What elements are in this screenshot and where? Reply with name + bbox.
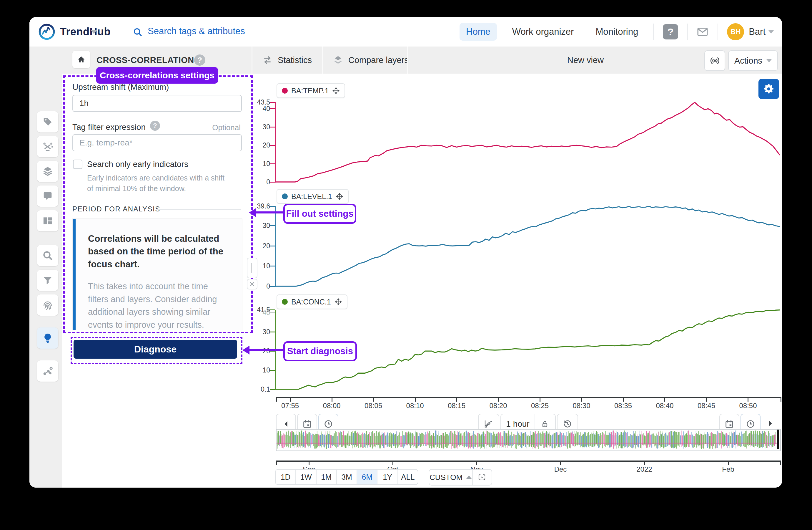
month-tick [309, 462, 309, 465]
move-icon[interactable] [334, 298, 342, 306]
rail-comments-button[interactable] [37, 185, 58, 207]
time-tick [539, 398, 540, 402]
actions-button[interactable]: Actions [728, 50, 778, 71]
divider [407, 46, 408, 74]
early-indicators-label: Search only early indicators [87, 159, 188, 169]
custom-range-button[interactable]: CUSTOM [429, 470, 472, 485]
legend-chip-conc[interactable]: BA:CONC.1 [277, 294, 347, 309]
time-tick-label: 08:40 [650, 402, 679, 410]
rail-dashboard-button[interactable] [37, 210, 58, 232]
move-icon[interactable] [332, 87, 340, 95]
custom-range-control: CUSTOM [429, 469, 492, 486]
house-icon [76, 55, 86, 65]
range-6m[interactable]: 6M [357, 470, 377, 484]
settings-callout: Cross-correlations settings [96, 67, 218, 84]
time-tick [332, 398, 332, 402]
time-tick-label: 08:20 [484, 402, 513, 410]
time-tick-label: 08:25 [525, 402, 554, 410]
workspace-chevron-icon[interactable] [91, 30, 97, 34]
series-dot [282, 88, 288, 94]
time-tick-label: 08:15 [442, 402, 471, 410]
range-all[interactable]: ALL [398, 470, 418, 484]
time-tick-label: 08:10 [401, 402, 430, 410]
diagnose-button[interactable]: Diagnose [74, 340, 237, 359]
time-tick-label: 08:30 [567, 402, 596, 410]
caret-right-icon [768, 420, 773, 427]
tab-statistics[interactable]: Statistics [262, 46, 312, 74]
view-name[interactable]: New view [530, 55, 641, 65]
range-1y[interactable]: 1Y [377, 470, 398, 484]
section-divider [157, 209, 241, 210]
formula-icon [42, 141, 54, 153]
top-nav: Home Work organizer Monitoring ? BH Bart [460, 17, 774, 46]
tag-filter-input[interactable] [72, 134, 242, 151]
series-label: BA:CONC.1 [291, 298, 331, 306]
rail-fingerprint-button[interactable] [37, 294, 58, 316]
y-tick [270, 225, 275, 226]
panel-collapse-button[interactable] [247, 279, 258, 290]
y-tick [270, 102, 275, 103]
time-tick [748, 398, 749, 402]
range-1d[interactable]: 1D [276, 470, 296, 484]
fill-arrow-line [255, 211, 284, 213]
broadcast-button[interactable] [704, 50, 725, 71]
month-label: 2022 [628, 465, 661, 473]
period-section-header: PERIOD FOR ANALYSIS [72, 205, 160, 213]
range-1w[interactable]: 1W [296, 470, 316, 484]
user-menu[interactable]: BH Bart [727, 23, 774, 40]
user-name: Bart [749, 27, 766, 37]
drag-grip-icon [253, 265, 253, 271]
panel-resize-handle[interactable] [247, 257, 258, 278]
upstream-shift-input[interactable] [72, 95, 242, 112]
y-tick [270, 164, 275, 164]
rail-tags-button[interactable] [37, 111, 58, 132]
legend-chip-level[interactable]: BA:LEVEL.1 [277, 189, 349, 204]
tag-icon [42, 116, 54, 128]
series-dot [282, 193, 288, 199]
rail-search-button[interactable] [37, 245, 58, 266]
minimap-handle[interactable] [777, 430, 779, 449]
lock-icon [540, 420, 549, 429]
month-axis-line [276, 461, 781, 462]
home-view-button[interactable] [72, 51, 90, 68]
series-label: BA:LEVEL.1 [291, 192, 332, 201]
y-tick [270, 286, 275, 287]
chevron-up-icon [466, 475, 472, 479]
search-icon[interactable] [132, 27, 143, 38]
rail-layers-button[interactable] [37, 161, 58, 182]
info-accent-bar [73, 219, 76, 330]
move-icon[interactable] [336, 193, 343, 200]
upstream-shift-label: Upstream shift (Maximum) [72, 82, 169, 92]
month-label: Dec [544, 465, 577, 473]
nav-home[interactable]: Home [460, 23, 497, 41]
chart-settings-button[interactable] [758, 79, 779, 99]
nav-work-organizer[interactable]: Work organizer [506, 23, 580, 41]
drag-grip-icon [251, 263, 251, 273]
range-3m[interactable]: 3M [337, 470, 357, 484]
divider [322, 46, 323, 74]
early-indicators-checkbox[interactable] [73, 159, 82, 169]
nav-monitoring[interactable]: Monitoring [589, 23, 644, 41]
clock-icon [323, 419, 333, 429]
rail-filter-button[interactable] [37, 270, 58, 291]
month-axis-end-tick [276, 462, 277, 465]
time-tick [456, 398, 457, 402]
search-input[interactable] [147, 26, 301, 37]
mail-icon[interactable] [696, 26, 709, 38]
rail-relations-button[interactable] [37, 360, 58, 381]
time-tick-label: 08:05 [359, 402, 388, 410]
tag-filter-help-icon[interactable]: ? [150, 121, 160, 131]
custom-selection-button[interactable] [473, 470, 491, 485]
tab-compare-layers[interactable]: Compare layers [332, 46, 409, 74]
rail-diagnostics-button[interactable] [37, 327, 58, 349]
help-icon[interactable]: ? [663, 24, 678, 40]
y-tick [270, 145, 275, 146]
month-tick [728, 462, 729, 465]
divider [653, 24, 654, 40]
timeline-minimap[interactable] [276, 429, 781, 451]
rail-formulas-button[interactable] [37, 136, 58, 157]
trendhub-logo[interactable] [38, 23, 55, 40]
legend-chip-temp[interactable]: BA:TEMP.1 [277, 83, 345, 98]
range-1m[interactable]: 1M [317, 470, 337, 484]
title-help-icon[interactable]: ? [194, 55, 205, 66]
